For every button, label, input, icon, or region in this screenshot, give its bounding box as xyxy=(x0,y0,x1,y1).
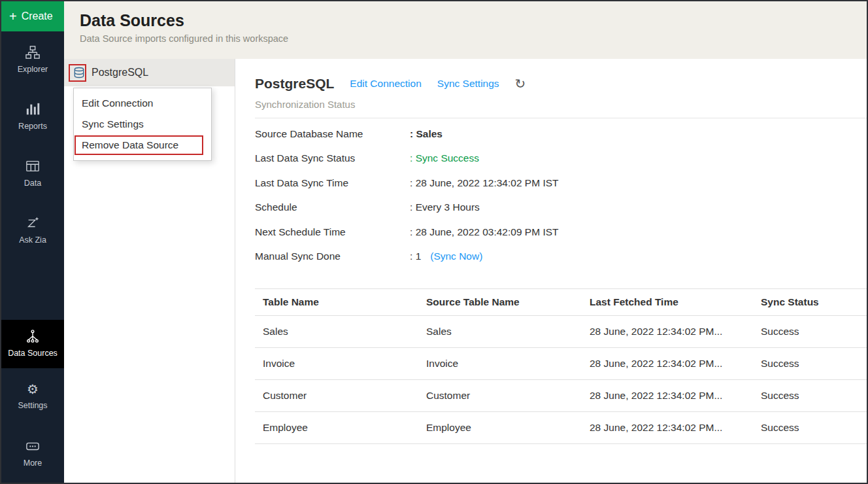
detail-row: Source Database Name Sales xyxy=(255,122,867,147)
sidebar-item-reports[interactable]: Reports xyxy=(1,88,64,145)
postgresql-icon xyxy=(73,66,86,79)
menu-item-remove-data-source[interactable]: Remove Data Source xyxy=(74,135,211,156)
sidebar-item-data[interactable]: Data xyxy=(1,145,64,202)
explorer-icon xyxy=(25,45,40,60)
sync-table: Table Name Source Table Name Last Fetche… xyxy=(255,288,867,444)
cell-table-name: Customer xyxy=(255,380,418,412)
sync-settings-link[interactable]: Sync Settings xyxy=(437,78,499,90)
data-table-icon xyxy=(25,159,40,173)
detail-value: 28 June, 2022 12:34:02 PM IST xyxy=(410,177,559,189)
gear-icon: ⚙ xyxy=(27,383,39,396)
data-sources-icon xyxy=(25,329,40,343)
refresh-icon[interactable]: ↻ xyxy=(515,77,526,90)
sync-details: Source Database Name Sales Last Data Syn… xyxy=(255,122,867,269)
sidebar-item-settings[interactable]: ⚙ Settings xyxy=(1,368,64,425)
sidebar: + Create Explorer Reports xyxy=(1,1,64,483)
page-header: Data Sources Data Source imports configu… xyxy=(64,1,867,59)
detail-row: Schedule Every 3 Hours xyxy=(255,196,867,220)
sidebar-item-label: Data Sources xyxy=(8,349,58,359)
sidebar-item-data-sources[interactable]: Data Sources xyxy=(1,320,64,368)
cell-last-fetched-time: 28 June, 2022 12:34:02 PM... xyxy=(582,316,753,348)
section-label: Synchronization Status xyxy=(255,99,867,110)
cell-sync-status: Success xyxy=(753,348,867,380)
ask-zia-icon xyxy=(25,216,40,230)
sidebar-item-more[interactable]: More xyxy=(1,425,64,482)
source-name: PostgreSQL xyxy=(92,67,148,78)
cell-table-name: Sales xyxy=(255,316,418,348)
detail-label: Last Data Sync Time xyxy=(255,177,410,189)
detail-row: Manual Sync Done 1 (Sync Now) xyxy=(255,245,867,269)
main-panel: PostgreSQL Edit Connection Sync Settings… xyxy=(235,59,867,483)
source-list-item-postgresql[interactable]: PostgreSQL xyxy=(64,59,235,86)
table-row: Employee Employee 28 June, 2022 12:34:02… xyxy=(255,412,867,444)
detail-label: Manual Sync Done xyxy=(255,251,410,262)
detail-label: Last Data Sync Status xyxy=(255,152,410,164)
detail-label: Schedule xyxy=(255,201,410,213)
sidebar-item-label: Data xyxy=(24,179,41,189)
col-header-last-fetched-time: Last Fetched Time xyxy=(582,289,753,316)
cell-sync-status: Success xyxy=(753,380,867,412)
cell-last-fetched-time: 28 June, 2022 12:34:02 PM... xyxy=(582,348,753,380)
sync-now-link[interactable]: (Sync Now) xyxy=(430,251,482,262)
create-button[interactable]: + Create xyxy=(1,1,64,31)
sidebar-item-label: Ask Zia xyxy=(19,235,46,246)
detail-value: Sync Success xyxy=(410,152,479,164)
cell-source-table-name: Invoice xyxy=(418,348,582,380)
detail-value: 1 xyxy=(410,251,421,262)
cell-sync-status: Success xyxy=(753,316,867,348)
cell-sync-status: Success xyxy=(753,412,867,444)
detail-row: Last Data Sync Time 28 June, 2022 12:34:… xyxy=(255,171,867,196)
sidebar-item-ask-zia[interactable]: Ask Zia xyxy=(1,202,64,259)
divider xyxy=(255,118,867,118)
detail-value: 28 June, 2022 03:42:09 PM IST xyxy=(410,226,559,238)
sidebar-item-label: Settings xyxy=(18,401,47,411)
detail-value: Sales xyxy=(410,128,442,140)
reports-icon xyxy=(25,102,40,116)
sidebar-item-explorer[interactable]: Explorer xyxy=(1,31,64,88)
page-subtitle: Data Source imports configured in this w… xyxy=(80,33,867,44)
col-header-table-name: Table Name xyxy=(255,289,418,316)
detail-label: Source Database Name xyxy=(255,128,410,140)
more-icon xyxy=(25,439,40,453)
edit-connection-link[interactable]: Edit Connection xyxy=(350,78,421,90)
sidebar-item-label: Explorer xyxy=(18,65,48,75)
table-row: Sales Sales 28 June, 2022 12:34:02 PM...… xyxy=(255,316,867,348)
table-header-row: Table Name Source Table Name Last Fetche… xyxy=(255,289,867,316)
detail-row: Next Schedule Time 28 June, 2022 03:42:0… xyxy=(255,220,867,245)
cell-source-table-name: Employee xyxy=(418,412,582,444)
menu-item-edit-connection[interactable]: Edit Connection xyxy=(74,93,211,114)
page-title: Data Sources xyxy=(80,11,867,30)
table-row: Invoice Invoice 28 June, 2022 12:34:02 P… xyxy=(255,348,867,380)
menu-item-label: Remove Data Source xyxy=(82,139,178,150)
plus-icon: + xyxy=(9,10,17,23)
detail-label: Next Schedule Time xyxy=(255,226,410,238)
table-row: Customer Customer 28 June, 2022 12:34:02… xyxy=(255,380,867,412)
context-menu: Edit Connection Sync Settings Remove Dat… xyxy=(73,88,212,161)
cell-source-table-name: Sales xyxy=(418,316,582,348)
cell-table-name: Employee xyxy=(255,412,418,444)
create-button-label: Create xyxy=(22,10,53,22)
source-title: PostgreSQL xyxy=(255,76,334,92)
sidebar-item-label: More xyxy=(24,458,42,469)
cell-last-fetched-time: 28 June, 2022 12:34:02 PM... xyxy=(582,380,753,412)
sidebar-item-label: Reports xyxy=(18,122,47,132)
cell-last-fetched-time: 28 June, 2022 12:34:02 PM... xyxy=(582,412,753,444)
col-header-source-table-name: Source Table Name xyxy=(418,289,582,316)
tables-section: Table Name Source Table Name Last Fetche… xyxy=(255,288,867,444)
app-window: + Create Explorer Reports xyxy=(0,0,868,484)
col-header-sync-status: Sync Status xyxy=(753,289,867,316)
cell-source-table-name: Customer xyxy=(418,380,582,412)
detail-value: Every 3 Hours xyxy=(410,201,480,213)
detail-row: Last Data Sync Status Sync Success xyxy=(255,147,867,171)
source-list-panel: PostgreSQL Edit Connection Sync Settings… xyxy=(64,59,235,483)
cell-table-name: Invoice xyxy=(255,348,418,380)
menu-item-sync-settings[interactable]: Sync Settings xyxy=(74,114,211,135)
